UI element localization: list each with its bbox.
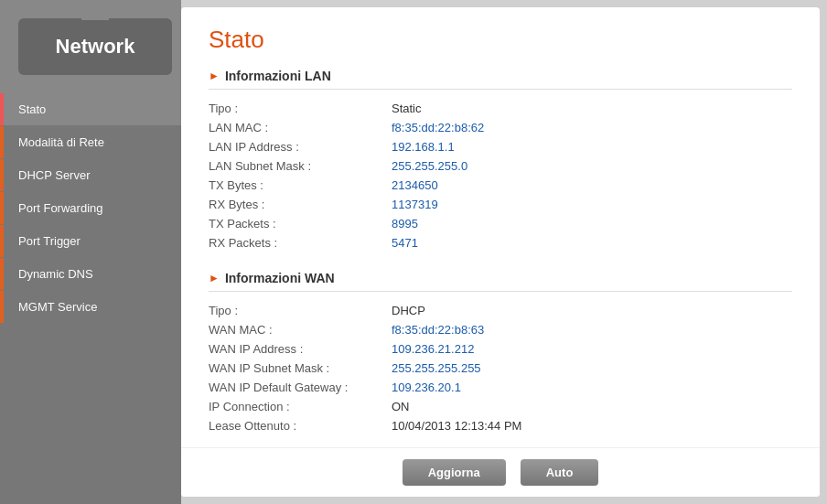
wan-section-title: Informazioni WAN [225, 271, 335, 285]
logo-box: Network [18, 18, 172, 75]
field-value: 192.168.1.1 [392, 137, 792, 156]
field-label: WAN IP Default Gateway : [209, 378, 392, 397]
field-value: 109.236.20.1 [392, 378, 792, 397]
field-label: IP Connection : [209, 397, 392, 416]
sidebar-item-modalita[interactable]: Modalità di Rete [0, 126, 181, 158]
app-container: Network StatoModalità di ReteDHCP Server… [0, 0, 827, 504]
table-row: LAN Subnet Mask :255.255.255.0 [209, 156, 792, 176]
field-value: 10/04/2013 12:13:44 PM [392, 416, 792, 435]
table-row: RX Bytes :1137319 [209, 195, 792, 214]
lan-section-header: ► Informazioni LAN [209, 69, 792, 90]
wan-arrow-icon: ► [209, 272, 220, 284]
table-row: WAN IP Address :109.236.21.212 [209, 339, 792, 359]
aggiorna-button[interactable]: Aggiorna [403, 459, 506, 486]
sidebar-item-porttrigger[interactable]: Port Trigger [0, 225, 181, 257]
wan-section: ► Informazioni WAN Tipo :DHCPWAN MAC :f8… [209, 271, 792, 435]
field-value: 255.255.255.255 [392, 359, 792, 378]
wan-info-table: Tipo :DHCPWAN MAC :f8:35:dd:22:b8:63WAN … [209, 301, 792, 435]
page-title: Stato [209, 26, 792, 54]
sidebar-item-portforward[interactable]: Port Forwarding [0, 192, 181, 224]
lan-info-table: Tipo :StaticLAN MAC :f8:35:dd:22:b8:62LA… [209, 99, 792, 252]
table-row: LAN IP Address :192.168.1.1 [209, 137, 792, 156]
button-bar: Aggiorna Auto [181, 447, 820, 497]
field-value: 109.236.21.212 [392, 339, 792, 359]
field-label: LAN Subnet Mask : [209, 156, 392, 176]
field-label: TX Bytes : [209, 176, 392, 195]
lan-section-title: Informazioni LAN [225, 69, 331, 83]
lan-section: ► Informazioni LAN Tipo :StaticLAN MAC :… [209, 69, 792, 252]
content-wrapper: Stato ► Informazioni LAN Tipo :StaticLAN… [181, 7, 820, 497]
table-row: WAN IP Default Gateway :109.236.20.1 [209, 378, 792, 397]
field-label: RX Bytes : [209, 195, 392, 214]
table-row: LAN MAC :f8:35:dd:22:b8:62 [209, 118, 792, 137]
main-layout: Network StatoModalità di ReteDHCP Server… [0, 0, 827, 504]
field-label: TX Packets : [209, 214, 392, 233]
field-value: 255.255.255.0 [392, 156, 792, 176]
field-value: 2134650 [392, 176, 792, 195]
content-inner: Stato ► Informazioni LAN Tipo :StaticLAN… [181, 7, 820, 447]
field-value: 8995 [392, 214, 792, 233]
sidebar-item-mgmt[interactable]: MGMT Service [0, 291, 181, 323]
table-row: TX Bytes :2134650 [209, 176, 792, 195]
table-row: RX Packets :5471 [209, 233, 792, 252]
logo-text: Network [56, 35, 135, 59]
field-label: Tipo : [209, 301, 392, 320]
sidebar: Network StatoModalità di ReteDHCP Server… [0, 0, 181, 504]
sidebar-item-stato[interactable]: Stato [0, 93, 181, 125]
field-label: WAN IP Subnet Mask : [209, 359, 392, 378]
table-row: Tipo :Static [209, 99, 792, 118]
field-value: DHCP [392, 301, 792, 320]
sidebar-item-dhcp[interactable]: DHCP Server [0, 159, 181, 191]
field-label: Lease Ottenuto : [209, 416, 392, 435]
table-row: WAN IP Subnet Mask :255.255.255.255 [209, 359, 792, 378]
table-row: Lease Ottenuto :10/04/2013 12:13:44 PM [209, 416, 792, 435]
table-row: TX Packets :8995 [209, 214, 792, 233]
field-label: RX Packets : [209, 233, 392, 252]
wan-section-header: ► Informazioni WAN [209, 271, 792, 292]
field-value: f8:35:dd:22:b8:62 [392, 118, 792, 137]
field-value: f8:35:dd:22:b8:63 [392, 320, 792, 339]
field-label: Tipo : [209, 99, 392, 118]
lan-arrow-icon: ► [209, 70, 220, 82]
field-label: LAN MAC : [209, 118, 392, 137]
field-value: Static [392, 99, 792, 118]
sidebar-item-dynamicdns[interactable]: Dynamic DNS [0, 258, 181, 290]
field-label: WAN IP Address : [209, 339, 392, 359]
sidebar-logo-area: Network [0, 0, 181, 93]
field-label: WAN MAC : [209, 320, 392, 339]
auto-button[interactable]: Auto [521, 459, 599, 486]
table-row: WAN MAC :f8:35:dd:22:b8:63 [209, 320, 792, 339]
field-value: 5471 [392, 233, 792, 252]
table-row: Tipo :DHCP [209, 301, 792, 320]
table-row: IP Connection :ON [209, 397, 792, 416]
field-value: 1137319 [392, 195, 792, 214]
field-value: ON [392, 397, 792, 416]
field-label: LAN IP Address : [209, 137, 392, 156]
sidebar-nav: StatoModalità di ReteDHCP ServerPort For… [0, 93, 181, 504]
